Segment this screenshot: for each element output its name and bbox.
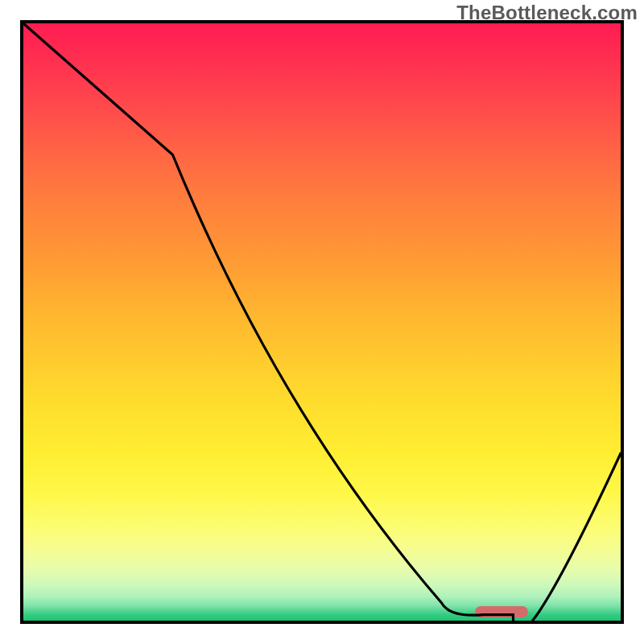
plot-frame — [20, 20, 624, 624]
bottleneck-line — [23, 23, 621, 621]
chart-canvas: TheBottleneck.com — [0, 0, 644, 644]
watermark-text: TheBottleneck.com — [456, 2, 638, 24]
